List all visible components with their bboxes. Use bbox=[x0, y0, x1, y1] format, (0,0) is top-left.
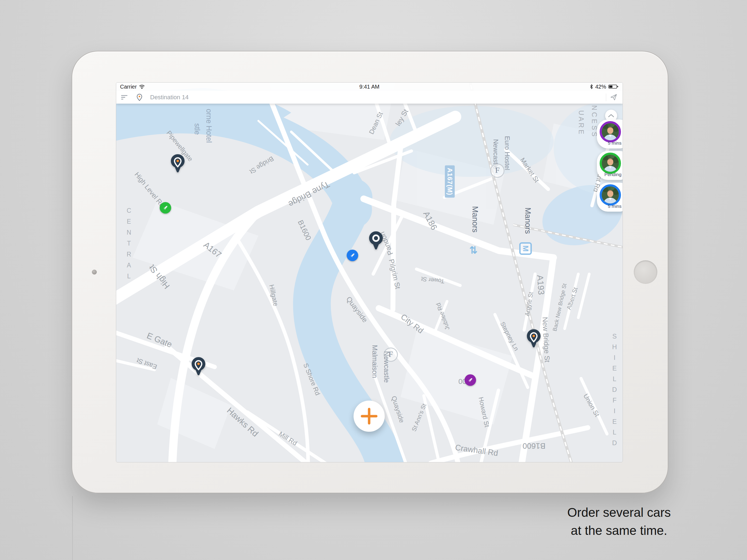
bluetooth-icon bbox=[590, 84, 593, 89]
map-label: A193 bbox=[535, 275, 546, 295]
destination-pin[interactable] bbox=[170, 154, 185, 175]
sort-filter-icon[interactable] bbox=[121, 95, 128, 100]
driver-card[interactable]: Pending bbox=[597, 151, 623, 180]
map-label: ⇄ bbox=[468, 246, 479, 254]
battery-percent: 42% bbox=[595, 84, 606, 90]
location-pin-icon bbox=[136, 94, 143, 101]
driver-avatar bbox=[600, 121, 621, 143]
map-label: Manors bbox=[523, 207, 532, 234]
driver-eta-label: 5 mins bbox=[608, 204, 621, 209]
send-location-icon[interactable] bbox=[610, 94, 618, 101]
destination-search-bar[interactable]: Destination 14 bbox=[116, 91, 623, 104]
map-label: Euro Hostel bbox=[504, 136, 511, 170]
map-label: U A R E bbox=[577, 110, 585, 134]
map-label: Manors bbox=[470, 206, 480, 233]
map-label: SHIELDFIELD bbox=[611, 332, 618, 450]
map-label: stle bbox=[193, 123, 201, 135]
home-button[interactable] bbox=[634, 260, 657, 284]
destination-input[interactable]: Destination 14 bbox=[150, 94, 189, 101]
chevron-up-icon bbox=[608, 114, 614, 117]
driver-eta-label: 5 mins bbox=[608, 141, 621, 146]
decorative-guide-line bbox=[72, 496, 73, 560]
front-camera bbox=[92, 270, 97, 275]
pickup-pin[interactable] bbox=[368, 231, 384, 252]
destination-pin[interactable] bbox=[526, 329, 541, 350]
caption-line-2: at the same time. bbox=[563, 522, 675, 540]
caption-line-1: Order several cars bbox=[563, 504, 675, 522]
destination-pin[interactable] bbox=[191, 357, 206, 378]
marketing-caption: Order several cars at the same time. bbox=[563, 504, 675, 540]
road-badge: M bbox=[519, 242, 532, 255]
map-label: orne Hotel bbox=[205, 109, 213, 143]
driver-avatar bbox=[600, 184, 621, 206]
car-marker[interactable] bbox=[465, 374, 476, 386]
map-label: Malmaison bbox=[371, 345, 379, 378]
app-screen: orne HotelstlePipewellgateHigh Level RdC… bbox=[116, 82, 623, 462]
tablet-frame: orne HotelstlePipewellgateHigh Level RdC… bbox=[72, 51, 668, 493]
car-marker[interactable] bbox=[160, 202, 171, 213]
driver-card[interactable]: 5 mins bbox=[597, 120, 623, 149]
battery-icon bbox=[609, 84, 619, 89]
driver-card[interactable]: 5 mins bbox=[597, 183, 623, 212]
plus-icon bbox=[360, 407, 378, 425]
driver-eta-label: Pending bbox=[604, 172, 621, 177]
clock: 9:41 AM bbox=[116, 82, 623, 91]
map-label: B1600 bbox=[522, 441, 545, 450]
add-car-button[interactable] bbox=[354, 401, 385, 432]
map-label: F bbox=[490, 163, 505, 178]
map-label: Newcastle bbox=[383, 351, 390, 383]
car-marker[interactable] bbox=[347, 250, 358, 261]
map-label: CENTRAL bbox=[125, 207, 133, 284]
divider bbox=[606, 94, 606, 101]
driver-avatar bbox=[600, 153, 621, 174]
road-badge: A167(M) bbox=[445, 166, 455, 198]
status-bar: Carrier 9:41 AM 42% bbox=[116, 82, 623, 91]
